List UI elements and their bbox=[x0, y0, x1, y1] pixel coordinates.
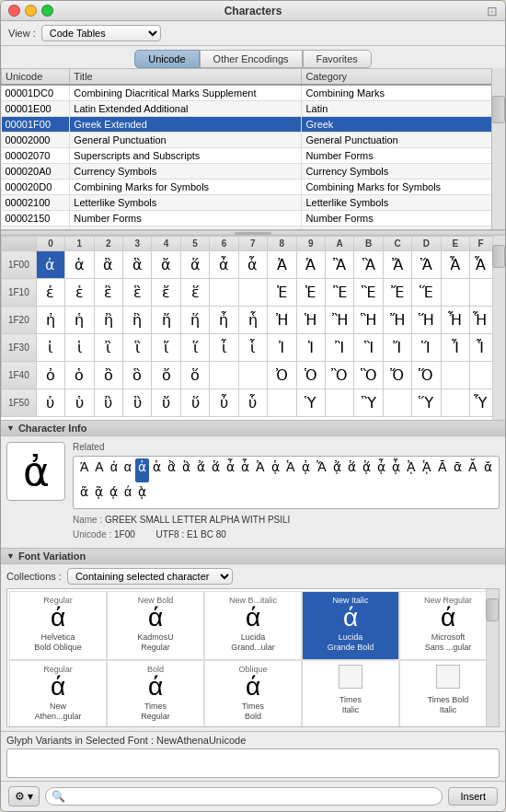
glyph-cell[interactable]: ἥ bbox=[180, 307, 209, 334]
related-glyph[interactable]: α bbox=[121, 458, 134, 482]
glyph-cell[interactable]: ὖ bbox=[210, 389, 238, 417]
glyph-cell[interactable]: ἠ bbox=[36, 307, 64, 334]
glyph-cell[interactable]: Ἵ bbox=[412, 334, 441, 362]
related-glyph[interactable]: ᾴ bbox=[107, 483, 121, 507]
table-row[interactable]: 000020D0 Combining Marks for Symbols Com… bbox=[2, 180, 505, 195]
close-button[interactable] bbox=[8, 5, 20, 17]
glyph-cell[interactable]: Ἢ bbox=[325, 307, 353, 334]
glyph-cell[interactable]: ἲ bbox=[94, 334, 122, 362]
related-glyph[interactable]: ἁ bbox=[150, 458, 164, 482]
glyph-cell[interactable]: Ἁ bbox=[296, 251, 325, 279]
glyph-cell[interactable]: Ἔ bbox=[383, 279, 411, 307]
glyph-cell[interactable]: ὐ bbox=[36, 389, 64, 417]
glyph-cell[interactable] bbox=[238, 362, 267, 389]
glyph-cell[interactable]: Ὀ bbox=[268, 362, 296, 389]
glyph-cell[interactable]: ὄ bbox=[152, 362, 180, 389]
glyph-cell[interactable]: ἴ bbox=[152, 334, 180, 362]
glyph-cell[interactable]: ἓ bbox=[122, 279, 151, 307]
glyph-cell[interactable]: ὗ bbox=[238, 389, 267, 417]
glyph-cell[interactable]: Ἰ bbox=[268, 334, 296, 362]
glyph-cell[interactable]: ἄ bbox=[152, 251, 180, 279]
unicode-scrollbar-track[interactable] bbox=[491, 68, 505, 229]
related-glyph[interactable]: ά bbox=[108, 458, 121, 482]
insert-button[interactable]: Insert bbox=[448, 787, 498, 806]
glyph-cell[interactable]: Ἶ bbox=[441, 334, 469, 362]
glyph-cell[interactable]: Ὅ bbox=[412, 362, 441, 389]
glyph-cell[interactable]: Ἀ bbox=[268, 251, 296, 279]
glyph-cell[interactable] bbox=[210, 362, 238, 389]
glyph-cell[interactable]: ἱ bbox=[65, 334, 94, 362]
glyph-cell[interactable]: ἦ bbox=[210, 307, 238, 334]
glyph-cell[interactable]: Ὕ bbox=[412, 389, 441, 417]
font-scrollbar-thumb[interactable] bbox=[486, 598, 499, 621]
glyph-scrollbar-thumb[interactable] bbox=[492, 245, 505, 268]
font-cell[interactable]: ObliqueάTimesBold bbox=[204, 660, 302, 727]
font-cell[interactable]: New BoldάKadmosURegular bbox=[107, 591, 204, 660]
table-row[interactable]: 00001E00 Latin Extended Additional Latin bbox=[2, 101, 505, 117]
table-row[interactable]: 000020A0 Currency Symbols Currency Symbo… bbox=[2, 164, 505, 180]
glyph-cell[interactable]: Ὃ bbox=[354, 362, 383, 389]
glyph-cell[interactable]: ἧ bbox=[238, 307, 267, 334]
table-row[interactable]: 00002070 Superscripts and Subscripts Num… bbox=[2, 148, 505, 164]
related-glyph[interactable]: Ἄ bbox=[314, 458, 329, 482]
tab-favorites[interactable]: Favorites bbox=[303, 50, 372, 68]
view-select[interactable]: Code Tables bbox=[41, 25, 161, 41]
settings-button[interactable]: ⚙ ▾ bbox=[8, 786, 40, 806]
related-glyph[interactable]: Ά bbox=[77, 458, 91, 482]
glyph-cell[interactable]: Ὁ bbox=[296, 362, 325, 389]
related-glyph[interactable]: ἇ bbox=[238, 458, 252, 482]
glyph-cell[interactable]: Ἆ bbox=[441, 251, 469, 279]
glyph-cell[interactable]: ἔ bbox=[152, 279, 180, 307]
related-glyph[interactable]: ᾄ bbox=[330, 458, 344, 482]
glyph-cell[interactable]: Ἱ bbox=[296, 334, 325, 362]
glyph-cell[interactable]: Ὂ bbox=[325, 362, 353, 389]
glyph-cell[interactable]: Ἄ bbox=[383, 251, 411, 279]
glyph-cell[interactable]: ἃ bbox=[122, 251, 151, 279]
related-glyph[interactable]: ᾇ bbox=[389, 458, 403, 482]
font-scrollbar-track[interactable] bbox=[486, 589, 499, 726]
glyph-cell[interactable]: ὅ bbox=[180, 362, 209, 389]
glyph-cell[interactable]: ἶ bbox=[210, 334, 238, 362]
font-cell[interactable]: BoldάTimesRegular bbox=[107, 660, 204, 727]
glyph-cell[interactable]: Ἅ bbox=[412, 251, 441, 279]
glyph-cell[interactable]: ὁ bbox=[65, 362, 94, 389]
glyph-cell[interactable]: Ὓ bbox=[354, 389, 383, 417]
glyph-cell[interactable]: Ἣ bbox=[354, 307, 383, 334]
glyph-cell[interactable] bbox=[441, 389, 469, 417]
table-row[interactable]: 00002150 Number Forms Number Forms bbox=[2, 211, 505, 226]
glyph-cell[interactable]: ὀ bbox=[36, 362, 64, 389]
glyph-cell[interactable]: ὑ bbox=[65, 389, 94, 417]
related-glyph[interactable]: ᾈ bbox=[404, 458, 419, 482]
glyph-cell[interactable]: ἑ bbox=[65, 279, 94, 307]
related-glyph[interactable]: Ᾱ bbox=[435, 458, 450, 482]
table-row[interactable]: 00001DC0 Combining Diacritical Marks Sup… bbox=[2, 85, 505, 101]
related-glyph[interactable]: Ᾰ bbox=[466, 458, 480, 482]
maximize-button[interactable] bbox=[41, 5, 53, 17]
glyph-cell[interactable]: Ἕ bbox=[412, 279, 441, 307]
glyph-cell[interactable]: ὓ bbox=[122, 389, 151, 417]
related-glyph[interactable]: ᾶ bbox=[77, 483, 91, 507]
glyph-cell[interactable]: Ἡ bbox=[296, 307, 325, 334]
table-row[interactable]: 00002190 Arrows Mathematical Symbols bbox=[2, 226, 505, 230]
glyph-cell[interactable] bbox=[238, 279, 267, 307]
font-cell[interactable]: RegularάHelveticaBold Oblique bbox=[9, 591, 107, 660]
collections-select[interactable]: Containing selected character bbox=[67, 568, 233, 585]
glyph-cell[interactable]: Ἳ bbox=[354, 334, 383, 362]
glyph-cell[interactable]: ἢ bbox=[94, 307, 122, 334]
font-cell[interactable]: RegularάNewAthen...gular bbox=[9, 660, 107, 727]
glyph-cell[interactable] bbox=[325, 389, 353, 417]
glyph-cell[interactable]: Ἑ bbox=[296, 279, 325, 307]
related-glyph[interactable]: Ἁ bbox=[283, 458, 298, 482]
font-cell[interactable]: New ItalicάLucidaGrande Bold bbox=[302, 591, 399, 660]
font-cell[interactable]: New RegularάMicrosoftSans ...gular bbox=[399, 591, 497, 660]
glyph-cell[interactable]: Ἥ bbox=[412, 307, 441, 334]
related-glyph[interactable]: ἄ bbox=[194, 458, 208, 482]
related-glyph[interactable]: ᾆ bbox=[374, 458, 388, 482]
glyph-cell[interactable]: ἁ bbox=[65, 251, 94, 279]
glyph-cell[interactable]: Ὑ bbox=[296, 389, 325, 417]
glyph-cell[interactable]: ἰ bbox=[36, 334, 64, 362]
related-glyph[interactable]: ᾁ bbox=[269, 458, 282, 482]
related-glyph[interactable]: ἃ bbox=[179, 458, 193, 482]
related-glyph[interactable]: ἅ bbox=[345, 458, 359, 482]
glyph-cell[interactable]: ἷ bbox=[238, 334, 267, 362]
